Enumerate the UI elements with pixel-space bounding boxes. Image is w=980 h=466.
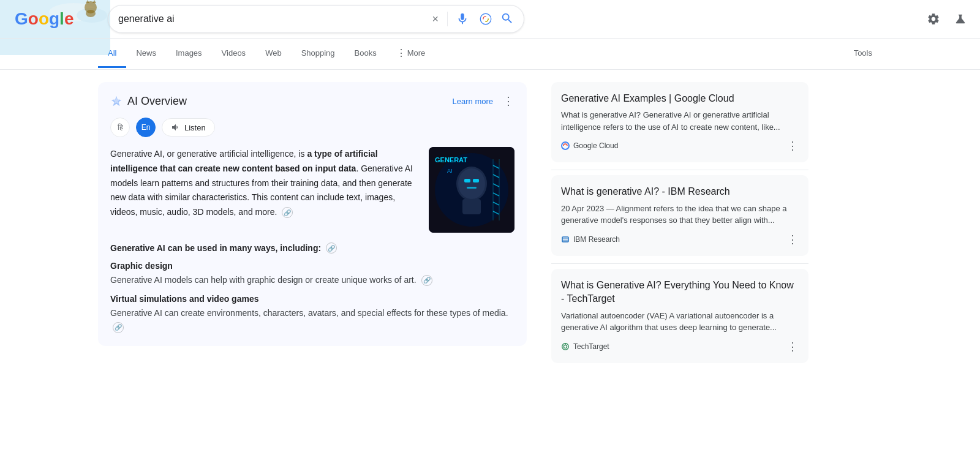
link-icon-3[interactable]: 🔗 [421,275,432,286]
listen-button[interactable]: Listen [162,118,215,137]
tab-books[interactable]: Books [345,40,386,68]
right-card-2-title: What is generative AI? - IBM Research [561,185,799,198]
language-english-button[interactable]: En [136,118,156,137]
right-card-3-source: TechTarget [573,342,609,351]
search-button[interactable] [500,12,514,27]
right-card-1-title: Generative AI Examples | Google Cloud [561,92,799,105]
google-cloud-source-icon [561,141,570,150]
gear-icon [927,12,940,26]
link-icon-4[interactable]: 🔗 [113,322,124,333]
mic-icon [456,12,469,26]
right-panel: Generative AI Examples | Google Cloud Wh… [551,82,809,370]
right-card-2-text: 20 Apr 2023 — Alignment refers to the id… [561,203,799,227]
ai-overview-header: AI Overview Learn more ⋮ [110,94,514,108]
language-hindi-button[interactable]: हि [110,118,130,137]
right-card-1[interactable]: Generative AI Examples | Google Cloud Wh… [551,82,809,162]
ai-text-start: Generative AI, or generative artificial … [110,149,307,159]
link-icon-2[interactable]: 🔗 [326,242,337,254]
svg-text:GENERAT: GENERAT [435,156,467,163]
ai-image: GENERAT AI [429,147,514,233]
right-card-2-source: IBM Research [573,235,620,244]
svg-rect-26 [562,237,568,242]
header: Google generative ai × [0,0,980,39]
ai-overview-title: AI Overview [127,95,187,108]
right-card-3-footer: TechTarget ⋮ [561,340,799,353]
link-icon-1[interactable]: 🔗 [282,207,293,218]
lab-button[interactable] [951,9,970,29]
ai-text: Generative AI, or generative artificial … [110,147,419,233]
right-card-3-title: What is Generative AI? Everything You Ne… [561,279,799,306]
lens-button[interactable] [477,10,494,28]
left-panel: AI Overview Learn more ⋮ हि En Listen Ge… [98,82,527,370]
learn-more-link[interactable]: Learn more [453,97,493,106]
svg-rect-13 [467,187,477,189]
svg-rect-12 [473,179,479,182]
ibm-source-icon [561,235,570,244]
lab-icon [954,12,967,26]
ai-overview-box: AI Overview Learn more ⋮ हि En Listen Ge… [98,82,527,346]
svg-rect-11 [464,179,470,182]
right-card-1-source: Google Cloud [573,141,618,150]
search-bar: generative ai × [108,5,524,33]
speaker-icon [171,122,181,132]
right-card-1-footer: Google Cloud ⋮ [561,139,799,152]
tab-videos[interactable]: Videos [212,40,256,68]
right-card-1-text: What is generative AI? Generative AI or … [561,109,799,133]
right-card-3-text: Variational autoencoder (VAE) A variatio… [561,310,799,334]
svg-point-10 [458,168,485,199]
clear-button[interactable]: × [429,13,441,26]
tab-images[interactable]: Images [166,40,212,68]
more-dots-icon: ⋮ [396,47,406,59]
ai-more-button[interactable]: ⋮ [503,94,514,108]
tab-shopping[interactable]: Shopping [292,40,345,68]
divider-2 [551,263,809,264]
header-right [924,9,970,29]
right-card-2-footer: IBM Research ⋮ [561,233,799,246]
use-case-2-text: Generative AI can create environments, c… [110,306,514,334]
use-case-2-title: Virtual simulations and video games [110,294,514,304]
svg-point-25 [562,142,569,149]
mic-button[interactable] [454,10,471,28]
ai-star-icon [110,95,123,107]
search-icon [500,12,514,25]
use-case-2: Virtual simulations and video games Gene… [110,294,514,334]
search-bar-icons: × [429,10,514,28]
tab-more[interactable]: ⋮ More [386,39,435,69]
right-card-3-menu[interactable]: ⋮ [787,340,799,353]
google-logo[interactable]: Google [15,9,74,29]
nav-tabs: All News Images Videos Web Shopping Book… [0,39,980,70]
search-input[interactable]: generative ai [118,13,424,24]
use-case-1-title: Graphic design [110,261,514,271]
svg-text:AI: AI [447,168,453,174]
svg-rect-14 [462,199,481,214]
ai-body: Generative AI, or generative artificial … [110,147,514,233]
tab-news[interactable]: News [126,40,166,68]
main-content: AI Overview Learn more ⋮ हि En Listen Ge… [0,70,980,383]
right-card-3[interactable]: What is Generative AI? Everything You Ne… [551,269,809,363]
tab-web[interactable]: Web [255,40,292,68]
ai-section-title: Generative AI can be used in many ways, … [110,242,514,254]
settings-button[interactable] [924,9,943,29]
lens-icon [479,12,492,26]
ai-controls: हि En Listen [110,118,514,137]
tab-tools[interactable]: Tools [844,40,882,68]
use-case-1: Graphic design Generative AI models can … [110,261,514,287]
svg-point-30 [564,345,567,348]
use-case-1-text: Generative AI models can help with graph… [110,273,514,287]
techtarget-source-icon [561,342,570,351]
right-card-2[interactable]: What is generative AI? - IBM Research 20… [551,175,809,255]
right-card-2-menu[interactable]: ⋮ [787,233,799,246]
ai-image-svg: GENERAT AI [429,147,514,233]
right-card-1-menu[interactable]: ⋮ [787,139,799,152]
divider-1 [551,170,809,170]
